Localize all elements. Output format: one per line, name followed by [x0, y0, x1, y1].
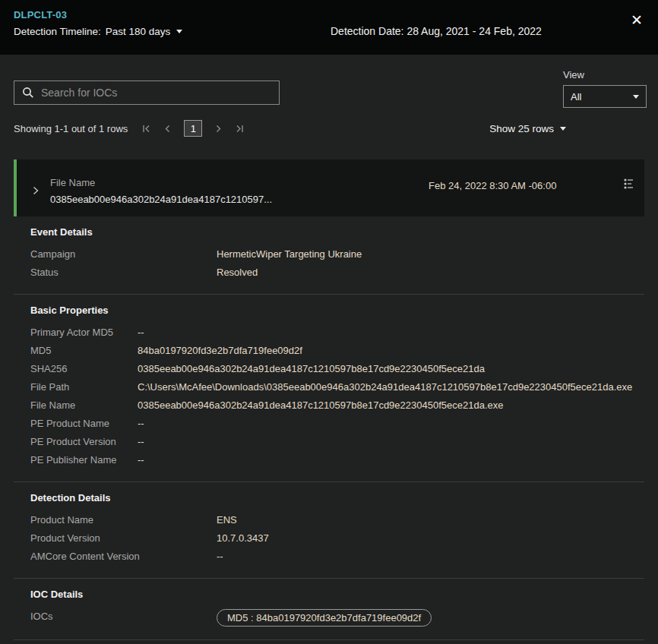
field-label: SHA256 [30, 360, 138, 378]
field-value: HermeticWiper Targeting Ukraine [217, 245, 644, 264]
field-label: PE Product Version [30, 433, 138, 451]
section-event-details: Event Details Campaign HermeticWiper Tar… [14, 216, 644, 295]
field-label: Primary Actor MD5 [30, 324, 138, 342]
detection-row-label: File Name [50, 175, 272, 191]
view-label: View [563, 69, 647, 80]
row-count-text: Showing 1-1 out of 1 rows [14, 123, 128, 134]
section-title: IOC Details [30, 589, 644, 600]
chevron-right-icon [32, 186, 40, 195]
field-label: Status [30, 264, 217, 282]
timeline-value: Past 180 days [106, 26, 171, 37]
previous-page-button[interactable] [163, 124, 172, 134]
detection-date: Detection Date: 28 Aug, 2021 - 24 Feb, 2… [331, 25, 542, 37]
field-value: C:\Users\McAfee\Downloads\0385eeab00e946… [138, 378, 644, 396]
view-selected-value: All [571, 91, 581, 103]
field-label: MD5 [30, 342, 138, 360]
field-label: File Path [30, 378, 138, 396]
last-page-button[interactable] [235, 124, 245, 134]
field-value: ENS [217, 511, 644, 529]
field-value: 0385eeab00e946a302b24a91dea4187c1210597b… [138, 396, 644, 415]
ioc-chip[interactable]: MD5 : 84ba0197920fd3e2b7dfa719fee09d2f [217, 609, 432, 627]
detection-timestamp: Feb 24, 2022 8:30 AM -06:00 [429, 178, 556, 194]
search-input[interactable] [41, 87, 271, 99]
pagination: 1 [141, 120, 245, 137]
field-label: Product Version [30, 529, 217, 548]
section-title: Detection Details [30, 492, 644, 504]
process-tree-icon[interactable] [623, 178, 635, 190]
detection-timeline: Detection Timeline: Past 180 days [14, 26, 644, 37]
field-value: 84ba0197920fd3e2b7dfa719fee09d2f [138, 342, 644, 360]
header: DLPCLT-03 Detection Timeline: Past 180 d… [0, 0, 658, 55]
field-value: 0385eeab00e946a302b24a91dea4187c1210597b… [138, 360, 644, 378]
section-basic-properties: Basic Properties Primary Actor MD5 -- MD… [14, 295, 644, 482]
section-title: Event Details [30, 226, 644, 238]
field-label: PE Publisher Name [30, 451, 138, 469]
detection-details: Event Details Campaign HermeticWiper Tar… [14, 216, 644, 640]
field-label: AMCore Content Version [30, 548, 217, 566]
show-rows-label: Show 25 rows [489, 123, 554, 134]
list-toolbar: Showing 1-1 out of 1 rows 1 Show 25 rows [14, 119, 644, 137]
ioc-search [14, 80, 280, 105]
timeline-dropdown[interactable]: Past 180 days [106, 26, 183, 37]
field-value: Resolved [217, 264, 644, 282]
show-rows-dropdown[interactable]: Show 25 rows [489, 123, 566, 134]
chevron-down-icon [176, 30, 182, 33]
view-filter: View All [563, 69, 647, 108]
chevron-down-icon [633, 95, 639, 99]
detection-row[interactable]: File Name 0385eeab00e946a302b24a91dea418… [14, 159, 644, 216]
field-label: Product Name [30, 511, 217, 529]
detections-panel: View All Showing 1-1 out of 1 rows 1 [0, 55, 658, 644]
section-ioc-details: IOC Details IOCs MD5 : 84ba0197920fd3e2b… [14, 579, 644, 640]
field-label: IOCs [30, 608, 217, 627]
first-page-button[interactable] [141, 124, 151, 134]
detection-row-value: 0385eeab00e946a302b24a91dea4187c1210597.… [50, 191, 272, 208]
host-name: DLPCLT-03 [14, 9, 644, 21]
field-value: -- [138, 451, 644, 469]
field-value: 10.7.0.3437 [217, 529, 644, 548]
detection-row-main: File Name 0385eeab00e946a302b24a91dea418… [50, 175, 272, 208]
section-detection-details: Detection Details Product Name ENS Produ… [14, 482, 644, 579]
close-button[interactable]: ✕ [631, 13, 643, 27]
next-page-button[interactable] [214, 124, 223, 134]
search-icon [22, 87, 34, 99]
page-number[interactable]: 1 [184, 120, 202, 137]
field-value: -- [138, 433, 644, 451]
field-label: Campaign [30, 245, 217, 264]
field-value: -- [217, 548, 644, 566]
timeline-label: Detection Timeline: [14, 26, 101, 37]
field-value: -- [138, 324, 644, 342]
field-label: File Name [30, 396, 138, 415]
chevron-down-icon [560, 127, 566, 131]
field-value: -- [138, 415, 644, 433]
view-dropdown[interactable]: All [563, 85, 647, 108]
field-label: PE Product Name [30, 415, 138, 433]
section-title: Basic Properties [30, 305, 644, 316]
